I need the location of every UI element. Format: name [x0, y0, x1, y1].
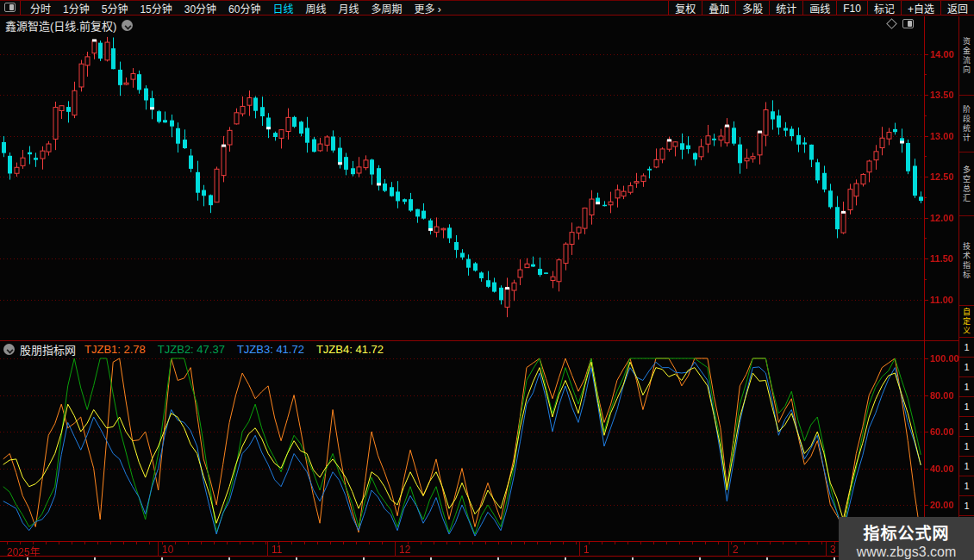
- layout-panel-icon[interactable]: [4, 3, 16, 12]
- time-tick: [679, 542, 680, 544]
- time-tick: [576, 542, 577, 544]
- watermark-url: www.zbgs3.com: [839, 544, 974, 560]
- time-tick: [110, 542, 111, 544]
- sidebar-number-8[interactable]: 1: [959, 476, 974, 496]
- time-tick: [589, 542, 590, 544]
- period-tabs: 分时1分钟5分钟15分钟30分钟60分钟日线周线月线多周期更多 ›: [21, 1, 447, 15]
- diamond-marker-icon[interactable]: [886, 18, 897, 29]
- sidebar-tab-技术指标[interactable]: 技术指标: [959, 216, 974, 306]
- time-tick: [783, 542, 784, 544]
- panel-toggle-icon[interactable]: [902, 19, 914, 28]
- time-tick: [149, 542, 150, 544]
- time-tick: [84, 542, 85, 544]
- time-tick: [446, 542, 447, 544]
- axis-tick: [924, 197, 927, 198]
- time-tick: [615, 542, 615, 544]
- axis-tick: [924, 95, 928, 96]
- axis-tick: [924, 279, 927, 280]
- time-tick: [369, 542, 370, 544]
- period-tab-分时[interactable]: 分时: [24, 1, 57, 16]
- time-tick: [485, 542, 486, 544]
- indicator-value-TJZB1: TJZB1: 2.78: [84, 343, 146, 356]
- toolbar-button-复权[interactable]: 复权: [668, 1, 702, 15]
- month-boundary-line: [158, 542, 159, 557]
- toolbar-button-+自选[interactable]: +自选: [901, 1, 940, 15]
- sidebar-number-4[interactable]: 1: [959, 397, 974, 417]
- sidebar-number-2[interactable]: 1: [959, 358, 974, 377]
- period-tab-周线[interactable]: 周线: [299, 1, 332, 16]
- toolbar-right-buttons: 复权叠加多股统计画线F10标记+自选返回: [668, 1, 974, 15]
- period-tab-多周期[interactable]: 多周期: [365, 1, 409, 16]
- toolbar-button-返回[interactable]: 返回: [940, 1, 974, 15]
- sidebar-number-5[interactable]: 1: [959, 417, 974, 437]
- time-tick: [343, 542, 344, 544]
- period-tab-15分钟[interactable]: 15分钟: [134, 1, 178, 16]
- time-tick: [434, 542, 434, 544]
- time-tick: [459, 542, 460, 544]
- time-tick: [692, 542, 693, 544]
- axis-tick: [924, 238, 927, 239]
- period-tab-日线[interactable]: 日线: [266, 1, 299, 16]
- time-tick: [265, 542, 266, 544]
- time-tick: [602, 542, 603, 544]
- period-tab-1分钟[interactable]: 1分钟: [57, 1, 96, 16]
- sidebar-number-9[interactable]: 1: [959, 496, 974, 516]
- sidebar-number-6[interactable]: 1: [959, 437, 974, 457]
- period-tab-5分钟[interactable]: 5分钟: [96, 1, 134, 16]
- period-tab-更多[interactable]: 更多 ›: [409, 1, 447, 16]
- month-label-1: 1: [584, 544, 590, 556]
- axis-tick: [924, 177, 928, 177]
- chart-title-row: 鑫源智造(日线.前复权): [0, 16, 924, 34]
- time-tick: [770, 542, 771, 544]
- month-label-11: 11: [272, 544, 282, 556]
- toolbar-button-标记[interactable]: 标记: [867, 1, 901, 15]
- indicator-source-label: 股朋指标网: [20, 341, 76, 358]
- time-tick: [821, 542, 822, 544]
- time-axis[interactable]: 2025年 101112123: [0, 541, 958, 557]
- time-tick: [666, 542, 667, 544]
- toolbar-button-统计[interactable]: 统计: [769, 1, 802, 15]
- indicator-dropdown-icon[interactable]: [3, 344, 15, 355]
- time-tick: [330, 542, 331, 544]
- axis-tick: [924, 218, 928, 219]
- time-tick: [356, 542, 357, 544]
- sidebar-number-1[interactable]: 1: [959, 338, 974, 358]
- sidebar-tab-自定义[interactable]: 自定义: [959, 306, 974, 338]
- period-tab-60分钟[interactable]: 60分钟: [222, 1, 266, 16]
- toolbar-button-多股[interactable]: 多股: [735, 1, 769, 15]
- time-tick: [421, 542, 421, 544]
- right-sidebar: 资金流向阶段统计多空总汇技术指标自定义111111111: [958, 16, 974, 560]
- panel-divider[interactable]: [0, 340, 958, 341]
- time-tick: [408, 542, 409, 544]
- time-tick: [33, 542, 34, 544]
- toolbar-button-F10[interactable]: F10: [836, 1, 867, 15]
- month-label-2: 2: [733, 544, 739, 556]
- time-tick: [97, 542, 98, 544]
- toolbar-button-叠加[interactable]: 叠加: [702, 1, 735, 15]
- top-toolbar: 分时1分钟5分钟15分钟30分钟60分钟日线周线月线多周期更多 › 复权叠加多股…: [0, 0, 974, 16]
- sidebar-tab-多空总汇[interactable]: 多空总汇: [959, 152, 974, 216]
- time-tick: [240, 542, 240, 544]
- sidebar-number-3[interactable]: 1: [959, 377, 974, 397]
- axis-tick: [924, 300, 928, 301]
- month-label-3: 3: [830, 544, 836, 556]
- time-tick: [291, 542, 292, 544]
- sidebar-tab-阶段统计[interactable]: 阶段统计: [959, 96, 974, 152]
- time-tick: [472, 542, 473, 544]
- time-tick: [731, 542, 732, 544]
- time-tick: [20, 542, 21, 544]
- title-dropdown-icon[interactable]: [122, 20, 133, 31]
- toolbar-button-画线[interactable]: 画线: [802, 1, 836, 15]
- period-tab-30分钟[interactable]: 30分钟: [178, 1, 222, 16]
- watermark-title: 指标公式网: [839, 520, 974, 544]
- time-tick: [227, 542, 228, 544]
- sidebar-tab-资金流向[interactable]: 资金流向: [959, 16, 974, 96]
- time-tick: [123, 542, 124, 544]
- sidebar-number-7[interactable]: 1: [959, 457, 974, 476]
- period-tab-月线[interactable]: 月线: [333, 1, 365, 16]
- year-label: 2025年: [7, 544, 41, 558]
- indicator-chart[interactable]: [0, 357, 924, 541]
- time-tick: [382, 542, 383, 544]
- axis-tick: [924, 258, 928, 259]
- candlestick-chart[interactable]: [0, 34, 924, 341]
